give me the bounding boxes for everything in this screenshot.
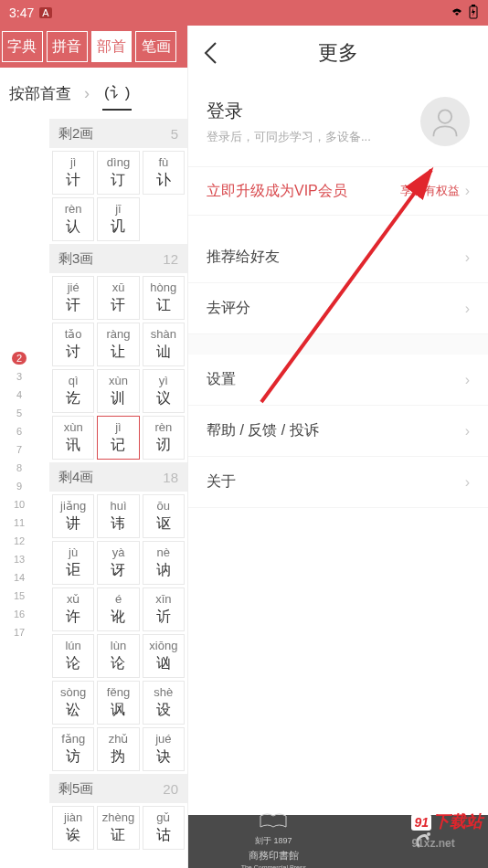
char-cell[interactable]: jù讵 — [52, 541, 94, 585]
publisher-logo: 刻于 1897 商務印書館 The Commercial Press — [241, 812, 306, 868]
char-cell[interactable]: huì讳 — [97, 494, 139, 538]
vip-main-text: 立即升级成为VIP会员 — [207, 182, 347, 201]
left-pane: 字典 拼音 部首 笔画 按部首查 › (讠) 23456789101112131… — [0, 26, 188, 868]
char-cell[interactable]: jié讦 — [52, 276, 94, 320]
chevron-right-icon: › — [465, 249, 470, 266]
char-cell[interactable]: zhǔ㧑 — [97, 727, 139, 771]
char-cell[interactable]: jī讥 — [97, 197, 139, 241]
char-cell[interactable]: xǔ许 — [52, 587, 94, 631]
char-cell[interactable]: xùn训 — [97, 369, 139, 413]
char-cell[interactable]: xīn䜣 — [143, 587, 185, 631]
char-cell[interactable]: xū讦 — [97, 276, 139, 320]
svg-rect-1 — [472, 5, 475, 6]
tab-stroke[interactable]: 笔画 — [135, 31, 176, 62]
menu-item[interactable]: 去评分› — [188, 283, 488, 334]
stroke-index-2[interactable]: 2 — [12, 352, 27, 365]
char-cell[interactable]: xiōng讻 — [143, 634, 185, 678]
chevron-right-icon: › — [465, 301, 470, 317]
avatar[interactable] — [420, 97, 470, 146]
chevron-right-icon: › — [465, 474, 470, 491]
char-cell[interactable]: jué诀 — [143, 727, 185, 771]
char-cell[interactable]: xùn讯 — [52, 416, 94, 460]
right-pane: 更多 登录 登录后，可同步学习，多设备... 立即升级成为VIP会员 享所有权益… — [188, 26, 488, 868]
char-cell[interactable]: qì讫 — [52, 369, 94, 413]
char-cell[interactable]: é讹 — [97, 587, 139, 631]
stroke-index-13[interactable]: 13 — [9, 553, 29, 566]
back-button[interactable] — [188, 41, 232, 65]
char-cell[interactable]: sòng讼 — [52, 681, 94, 725]
char-cell[interactable]: yì议 — [143, 369, 185, 413]
group-header: 剩5画20 — [49, 774, 187, 803]
char-cell[interactable]: rèn讱 — [143, 416, 185, 460]
char-cell[interactable]: jì计 — [52, 151, 94, 195]
stroke-index-10[interactable]: 10 — [9, 498, 29, 511]
stroke-index-7[interactable]: 7 — [12, 443, 27, 456]
char-cell[interactable]: fù讣 — [143, 151, 185, 195]
char-cell[interactable]: nè讷 — [143, 541, 185, 585]
top-tabs: 字典 拼音 部首 笔画 — [0, 26, 187, 68]
char-cell[interactable]: ràng让 — [97, 323, 139, 366]
group-header: 剩3画12 — [49, 244, 187, 273]
chevron-right-icon: › — [84, 84, 90, 103]
char-cell[interactable]: fěng讽 — [97, 681, 139, 725]
char-cell[interactable]: rèn认 — [52, 197, 94, 241]
right-header: 更多 — [188, 26, 488, 80]
vip-sub-text: 享所有权益 — [400, 183, 460, 199]
char-cell[interactable]: ōu讴 — [143, 494, 185, 538]
book-icon — [259, 812, 288, 833]
person-icon — [429, 105, 461, 138]
stroke-index-11[interactable]: 11 — [9, 516, 29, 529]
login-block[interactable]: 登录 登录后，可同步学习，多设备... — [188, 80, 488, 166]
stroke-index-14[interactable]: 14 — [9, 571, 29, 584]
stroke-index-17[interactable]: 17 — [9, 626, 29, 639]
tab-pinyin[interactable]: 拼音 — [47, 31, 88, 62]
stroke-index-12[interactable]: 12 — [9, 535, 29, 547]
char-cell[interactable]: tǎo讨 — [52, 323, 94, 366]
char-cell[interactable]: lùn论 — [97, 634, 139, 678]
stroke-index-5[interactable]: 5 — [12, 407, 27, 419]
stroke-index-4[interactable]: 4 — [12, 388, 27, 401]
battery-icon — [468, 5, 479, 22]
char-cell[interactable]: hòng讧 — [143, 276, 185, 320]
stroke-index-9[interactable]: 9 — [12, 480, 27, 492]
menu-item[interactable]: 帮助 / 反馈 / 投诉› — [188, 406, 488, 457]
tab-dictionary[interactable]: 字典 — [2, 31, 43, 62]
menu-item[interactable]: 推荐给好友› — [188, 232, 488, 283]
vip-upgrade-row[interactable]: 立即升级成为VIP会员 享所有权益 › — [188, 166, 488, 216]
group-header: 剩4画18 — [49, 462, 187, 492]
breadcrumb-root[interactable]: 按部首查 — [9, 83, 71, 104]
svg-point-2 — [439, 110, 451, 122]
char-cell[interactable]: shàn讪 — [143, 323, 185, 366]
menu-item[interactable]: 设置› — [188, 355, 488, 406]
char-cell[interactable]: lún论 — [52, 634, 94, 678]
stroke-index-15[interactable]: 15 — [9, 589, 29, 602]
char-cell[interactable]: zhèng证 — [97, 806, 139, 850]
stroke-index[interactable]: 234567891011121314151617 — [9, 352, 29, 639]
status-bar: 3:47 A — [0, 0, 488, 26]
char-cell[interactable]: jiàn诶 — [52, 806, 94, 850]
breadcrumb-current: (讠) — [102, 77, 132, 111]
chevron-right-icon: › — [465, 372, 470, 388]
stroke-index-3[interactable]: 3 — [12, 370, 27, 383]
char-cell[interactable]: yà讶 — [97, 541, 139, 585]
char-cell[interactable]: jì记 — [97, 416, 139, 460]
char-cell[interactable]: fǎng访 — [52, 727, 94, 771]
menu-item[interactable]: 关于› — [188, 457, 488, 508]
page-title: 更多 — [188, 39, 488, 67]
chevron-right-icon: › — [465, 183, 470, 199]
char-cell[interactable]: dìng订 — [97, 151, 139, 195]
login-title: 登录 — [207, 99, 371, 123]
char-cell[interactable]: gǔ诂 — [143, 806, 185, 850]
breadcrumb: 按部首查 › (讠) — [0, 68, 187, 119]
stroke-index-8[interactable]: 8 — [12, 461, 27, 474]
character-list[interactable]: 剩2画5jì计dìng订fù讣rèn认jī讥剩3画12jié讦xū讦hòng讧t… — [49, 119, 187, 868]
status-time: 3:47 — [9, 5, 34, 20]
watermark: 91下载站 91xz.net — [411, 810, 483, 852]
wifi-icon — [450, 5, 464, 20]
char-cell[interactable]: jiǎng讲 — [52, 494, 94, 538]
char-cell[interactable]: shè设 — [143, 681, 185, 725]
tab-more[interactable] — [180, 31, 187, 62]
stroke-index-16[interactable]: 16 — [9, 608, 29, 620]
tab-radical[interactable]: 部首 — [91, 31, 133, 62]
stroke-index-6[interactable]: 6 — [12, 425, 27, 438]
